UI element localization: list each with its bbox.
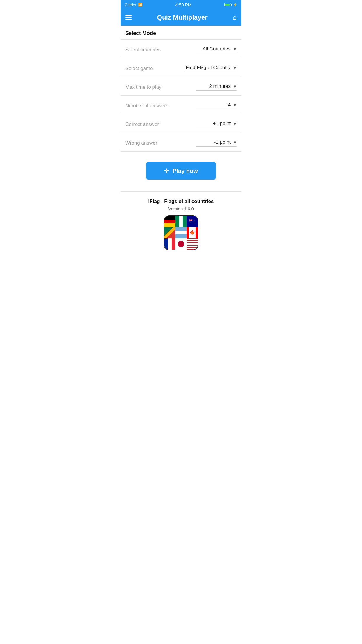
num-answers-label: Number of answers bbox=[125, 103, 168, 109]
flag-france bbox=[164, 238, 175, 250]
menu-line-2 bbox=[125, 17, 132, 18]
battery-icon bbox=[224, 3, 232, 6]
app-header: Quiz Multiplayer ⌂ bbox=[121, 9, 241, 26]
app-icon: 🇦🇺 🍁 bbox=[164, 215, 198, 250]
play-button-container: ✛ Play now bbox=[121, 152, 241, 191]
flag-nigeria bbox=[175, 216, 187, 227]
max-time-label: Max time to play bbox=[125, 84, 161, 90]
flag-usa bbox=[187, 238, 198, 250]
flag-canada: 🍁 bbox=[187, 227, 198, 239]
correct-answer-dropdown[interactable]: +1 point ▼ bbox=[196, 121, 237, 128]
flag-germany bbox=[164, 216, 175, 227]
section-title: Select Mode bbox=[121, 26, 241, 40]
wrong-answer-dropdown[interactable]: -1 point ▼ bbox=[196, 139, 237, 147]
chevron-down-icon: ▼ bbox=[233, 122, 237, 126]
max-time-value: 2 minutes bbox=[209, 83, 231, 89]
chevron-down-icon: ▼ bbox=[233, 47, 237, 51]
play-now-label: Play now bbox=[173, 168, 198, 174]
num-answers-row: Number of answers 4 ▼ bbox=[121, 96, 241, 114]
correct-answer-row: Correct answer +1 point ▼ bbox=[121, 114, 241, 133]
status-right: ⚡ bbox=[224, 3, 237, 7]
correct-answer-label: Correct answer bbox=[125, 122, 159, 127]
wrong-answer-value: -1 point bbox=[214, 139, 231, 145]
flag-argentina bbox=[175, 227, 187, 239]
chevron-down-icon: ▼ bbox=[233, 84, 237, 89]
chevron-down-icon: ▼ bbox=[233, 140, 237, 145]
num-answers-dropdown[interactable]: 4 ▼ bbox=[196, 102, 237, 109]
status-left: Carrier 📶 bbox=[125, 3, 143, 7]
main-content: Select Mode Select countries All Countri… bbox=[121, 26, 241, 191]
max-time-row: Max time to play 2 minutes ▼ bbox=[121, 77, 241, 96]
header-title: Quiz Multiplayer bbox=[157, 14, 208, 21]
menu-line-1 bbox=[125, 15, 132, 16]
correct-answer-value: +1 point bbox=[213, 121, 231, 127]
wrong-answer-label: Wrong answer bbox=[125, 140, 157, 146]
select-game-row: Select game Find Flag of Country ▼ bbox=[121, 58, 241, 77]
flag-australia: 🇦🇺 bbox=[187, 216, 198, 227]
home-button[interactable]: ⌂ bbox=[233, 14, 237, 21]
select-countries-row: Select countries All Countries ▼ bbox=[121, 40, 241, 58]
status-bar: Carrier 📶 4:50 PM ⚡ bbox=[121, 0, 241, 9]
footer-app-name: iFlag - Flags of all countries bbox=[148, 199, 214, 204]
select-game-value: Find Flag of Country bbox=[186, 65, 231, 71]
status-time: 4:50 PM bbox=[175, 2, 191, 7]
gamepad-icon: ✛ bbox=[164, 167, 169, 174]
play-now-button[interactable]: ✛ Play now bbox=[146, 162, 216, 180]
chevron-down-icon: ▼ bbox=[233, 66, 237, 70]
num-answers-value: 4 bbox=[228, 102, 231, 108]
select-countries-dropdown[interactable]: All Countries ▼ bbox=[196, 46, 237, 53]
select-countries-label: Select countries bbox=[125, 47, 161, 53]
max-time-dropdown[interactable]: 2 minutes ▼ bbox=[196, 83, 237, 91]
footer-version: Version 1.6.0 bbox=[168, 206, 194, 211]
wrong-answer-row: Wrong answer -1 point ▼ bbox=[121, 133, 241, 152]
select-countries-value: All Countries bbox=[203, 46, 231, 52]
flag-japan bbox=[175, 238, 187, 250]
select-game-dropdown[interactable]: Find Flag of Country ▼ bbox=[186, 65, 237, 72]
chevron-down-icon: ▼ bbox=[233, 103, 237, 107]
flag-south-africa bbox=[164, 227, 175, 239]
charging-icon: ⚡ bbox=[233, 3, 237, 7]
menu-button[interactable] bbox=[125, 15, 132, 20]
footer: iFlag - Flags of all countries Version 1… bbox=[121, 191, 241, 257]
carrier-label: Carrier bbox=[125, 3, 136, 7]
wifi-icon: 📶 bbox=[138, 3, 143, 7]
menu-line-3 bbox=[125, 19, 132, 20]
select-game-label: Select game bbox=[125, 66, 153, 71]
